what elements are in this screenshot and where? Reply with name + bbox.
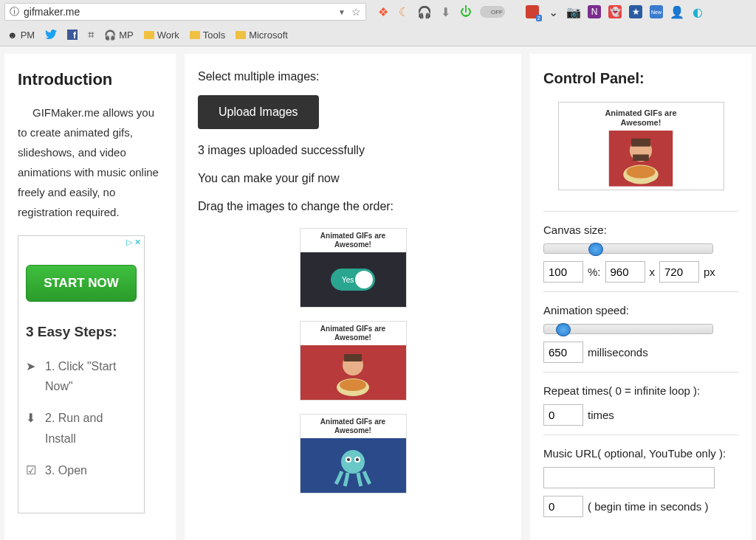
- start-now-button[interactable]: START NOW: [26, 265, 137, 302]
- bookmark-tools[interactable]: Tools: [190, 30, 225, 41]
- extension-icons: ❖ ☾ 🎧 ⬇ ⏻ OFF 2 ⌄ 📷 N 👻 ★ New 👤 ◐: [377, 5, 704, 18]
- left-column: Introduction GIFMaker.me allows you to c…: [4, 54, 176, 540]
- download-step-icon: ⬇: [26, 408, 38, 448]
- music-url-input[interactable]: [543, 467, 715, 488]
- svg-point-21: [627, 166, 656, 179]
- music-url-section: Music URL( optional, YouTube only ): ( b…: [543, 435, 738, 526]
- adchoices-icon[interactable]: ▷ ✕: [18, 236, 144, 249]
- svg-rect-7: [344, 354, 362, 361]
- svg-rect-19: [633, 155, 649, 162]
- steps-title: 3 Easy Steps:: [26, 324, 137, 340]
- person-icon[interactable]: 👤: [670, 5, 684, 18]
- intro-title: Introduction: [18, 70, 162, 89]
- ghost-icon[interactable]: 👻: [608, 5, 622, 18]
- svg-text:Yes: Yes: [342, 276, 354, 284]
- download-icon[interactable]: ⬇: [439, 5, 452, 18]
- slider-handle[interactable]: [588, 243, 603, 256]
- svg-point-14: [347, 458, 350, 461]
- animation-speed-label: Animation speed:: [543, 304, 738, 316]
- page-content: Introduction GIFMaker.me allows you to c…: [0, 46, 756, 540]
- preview-image: [604, 131, 678, 187]
- bookmark-slack[interactable]: ⌗: [88, 28, 94, 41]
- thumb-image-2: [300, 345, 406, 400]
- bookmark-twitter[interactable]: [45, 30, 57, 40]
- main-column: Select multiple images: Upload Images 3 …: [185, 54, 521, 540]
- ext-red-icon[interactable]: 2: [526, 5, 539, 18]
- control-panel-title: Control Panel:: [543, 70, 738, 87]
- uploaded-message: 3 images uploaded successfully: [198, 144, 508, 157]
- canvas-size-slider[interactable]: [543, 243, 713, 254]
- camera-icon[interactable]: 📷: [567, 5, 580, 18]
- preview-box: Animated GIFs are Awesome!: [558, 102, 724, 190]
- thumbnail-2[interactable]: Animated GIFs are Awesome!: [300, 321, 407, 401]
- control-panel: Control Panel: Animated GIFs are Awesome…: [530, 54, 752, 540]
- star-ext-icon[interactable]: ★: [629, 5, 642, 18]
- pocket-icon[interactable]: ⌄: [546, 5, 560, 18]
- upload-images-button[interactable]: Upload Images: [198, 95, 319, 129]
- bookmark-mp[interactable]: 🎧MP: [104, 30, 134, 41]
- svg-rect-18: [631, 139, 650, 147]
- crescent-icon[interactable]: ☾: [397, 5, 410, 18]
- dropdown-icon[interactable]: ▼: [338, 8, 346, 16]
- bookmark-pm[interactable]: ☻PM: [7, 30, 35, 41]
- canvas-size-label: Canvas size:: [543, 224, 738, 236]
- animation-speed-section: Animation speed: milliseconds: [543, 291, 738, 372]
- thumb-image-3: [300, 438, 406, 493]
- thumbnail-3[interactable]: Animated GIFs are Awesome!: [300, 414, 407, 494]
- toggle-off[interactable]: OFF: [480, 6, 505, 18]
- music-begin-input[interactable]: [543, 496, 583, 517]
- make-gif-message: You can make your gif now: [198, 172, 508, 185]
- share-icon[interactable]: ❖: [377, 5, 390, 18]
- bookmark-facebook[interactable]: f: [67, 30, 78, 40]
- power-icon[interactable]: ⏻: [459, 5, 472, 18]
- check-icon: ☑: [26, 460, 38, 480]
- animation-speed-input[interactable]: [543, 342, 583, 363]
- star-icon[interactable]: ☆: [351, 6, 361, 18]
- ad-box: ▷ ✕ START NOW 3 Easy Steps: ➤1. Click "S…: [18, 235, 145, 513]
- canvas-height-input[interactable]: [659, 261, 699, 283]
- thumbnail-list: Animated GIFs are Awesome! Yes Animated …: [198, 228, 508, 494]
- cursor-icon: ➤: [26, 356, 38, 396]
- step-3: ☑3. Open: [26, 460, 137, 480]
- music-url-label: Music URL( optional, YouTube only ):: [543, 447, 738, 460]
- bookmark-work[interactable]: Work: [144, 30, 179, 41]
- slider-handle[interactable]: [556, 323, 571, 336]
- drag-message: Drag the images to change the order:: [198, 200, 508, 213]
- step-1: ➤1. Click "Start Now": [26, 356, 137, 396]
- browser-chrome: ⓘ gifmaker.me ▼ ☆ ❖ ☾ 🎧 ⬇ ⏻ OFF 2 ⌄ 📷 N …: [0, 0, 756, 46]
- bookmarks-bar: ☻PM f ⌗ 🎧MP Work Tools Microsoft: [0, 24, 756, 46]
- onenote-icon[interactable]: N: [588, 5, 601, 18]
- intro-text: GIFMaker.me allows you to create animate…: [18, 103, 162, 222]
- svg-point-11: [341, 450, 365, 474]
- circle-ext-icon[interactable]: ◐: [691, 5, 704, 18]
- repeat-times-input[interactable]: [543, 404, 583, 426]
- select-label: Select multiple images:: [198, 70, 508, 83]
- repeat-times-section: Repeat times( 0 = infinite loop ): times: [543, 372, 738, 435]
- repeat-times-label: Repeat times( 0 = infinite loop ):: [543, 384, 738, 397]
- canvas-width-input[interactable]: [605, 261, 645, 283]
- thumbnail-1[interactable]: Animated GIFs are Awesome! Yes: [300, 228, 407, 308]
- url-box[interactable]: ⓘ gifmaker.me ▼ ☆: [4, 3, 366, 21]
- info-icon: ⓘ: [10, 5, 19, 18]
- new-ext-icon[interactable]: New: [650, 5, 663, 18]
- canvas-size-section: Canvas size: %: x px: [543, 211, 738, 291]
- bookmark-microsoft[interactable]: Microsoft: [236, 30, 288, 41]
- animation-speed-slider[interactable]: [543, 324, 713, 334]
- step-2: ⬇2. Run and Install: [26, 408, 137, 448]
- address-bar: ⓘ gifmaker.me ▼ ☆ ❖ ☾ 🎧 ⬇ ⏻ OFF 2 ⌄ 📷 N …: [0, 0, 756, 24]
- svg-point-15: [356, 458, 359, 461]
- thumb-image-1: Yes: [300, 252, 406, 307]
- headphones-icon[interactable]: 🎧: [418, 5, 431, 18]
- svg-point-9: [340, 379, 366, 391]
- url-text: gifmaker.me: [24, 6, 335, 18]
- svg-point-3: [355, 271, 373, 288]
- canvas-percent-input[interactable]: [543, 261, 583, 283]
